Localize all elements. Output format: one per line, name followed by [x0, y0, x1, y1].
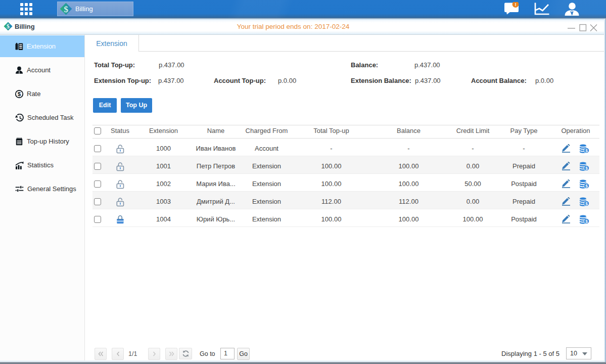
svg-text:$: $ — [585, 183, 588, 188]
svg-text:$: $ — [585, 201, 588, 206]
svg-text:$: $ — [585, 148, 588, 153]
svg-text:$: $ — [64, 4, 68, 14]
svg-text:$: $ — [18, 91, 21, 97]
svg-text:$: $ — [585, 218, 588, 223]
svg-text:!: ! — [515, 2, 516, 7]
svg-text:$: $ — [585, 165, 588, 170]
